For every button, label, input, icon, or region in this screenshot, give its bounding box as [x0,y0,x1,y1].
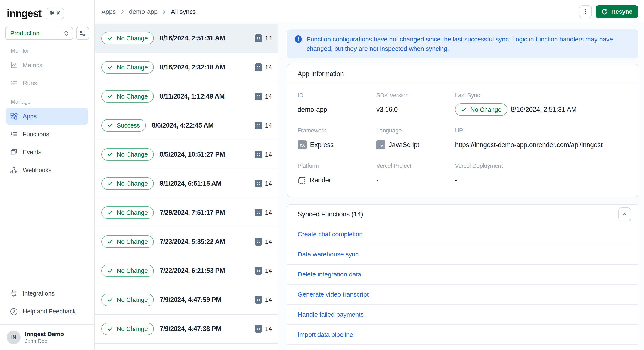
sync-count-value: 14 [265,238,272,245]
sidebar-item[interactable]: Apps [6,108,88,125]
environment-select[interactable]: Production [5,27,73,40]
breadcrumb-apps[interactable]: Apps [101,8,116,15]
sync-status-badge: No Change [101,148,154,161]
sidebar-item[interactable]: Metrics [6,57,88,74]
sync-list-item[interactable]: No Change 7/23/2024, 5:35:22 AM 14 [94,227,278,256]
breadcrumb-app-name[interactable]: demo-app [129,8,158,15]
sidebar-nav: Monitor Metrics Runs Manage Apps [0,41,94,179]
function-link[interactable]: Data warehouse sync [298,251,358,258]
synced-function-row: Handle failed payments [287,305,638,325]
sidebar: inngest ⌘ K Production Monitor Metrics [0,0,94,350]
chevron-right-icon [120,9,125,14]
code-icon [255,325,262,333]
environment-settings-button[interactable] [76,27,89,40]
function-link[interactable]: Delete integration data [298,271,361,278]
sync-list-item[interactable]: No Change 8/1/2024, 6:51:15 AM 14 [94,169,278,198]
field-label: Last Sync [455,92,628,99]
function-link[interactable]: Create chat completion [298,231,362,238]
synced-functions-title: Synced Functions (14) [298,210,363,218]
help-icon: ? [10,308,18,315]
integrations-icon [10,290,18,297]
chevron-up-down-icon [64,30,69,36]
sync-status-label: No Change [117,238,148,245]
sync-status-badge: No Change [101,294,154,306]
sync-function-count: 14 [255,122,272,129]
sync-status-badge: No Change [101,206,154,219]
sync-timestamp: 8/1/2024, 6:51:15 AM [160,180,221,187]
command-k-shortcut[interactable]: ⌘ K [46,8,64,19]
sync-status-badge: No Change [101,32,154,44]
field-value: JavaScript [389,141,419,149]
sync-status-label: No Change [117,209,148,216]
webhooks-icon [10,166,18,174]
sync-count-value: 14 [265,122,272,129]
resync-button[interactable]: Resync [596,5,638,18]
function-link[interactable]: Import data pipeline [298,331,353,338]
sync-function-count: 14 [255,209,272,216]
check-icon [107,326,113,332]
sync-list-item[interactable]: No Change 8/16/2024, 2:51:31 AM 14 [94,24,278,53]
sync-list-item[interactable]: No Change 8/11/2024, 1:12:49 AM 14 [94,82,278,111]
sync-timestamp: 7/22/2024, 6:21:53 PM [160,267,225,275]
avatar: IN [7,331,20,344]
sync-status-label: No Change [117,267,148,274]
synced-function-row: Create chat completion [287,224,638,244]
field-value: 8/16/2024, 2:51:31 AM [511,106,577,113]
field-label: Vercel Deployment [455,163,628,169]
sync-status-label: Success [117,122,140,129]
more-options-button[interactable] [579,5,592,18]
question-mark-icon: ? [10,308,17,315]
sync-list-item[interactable]: No Change 7/9/2024, 4:47:38 PM 14 [94,315,278,344]
synced-functions-card: Synced Functions (14) Create chat comple… [287,204,638,350]
sync-list-item[interactable]: Success 8/6/2024, 4:22:45 AM 14 [94,111,278,140]
sync-list-item[interactable]: No Change 7/29/2024, 7:51:17 PM 14 [94,198,278,227]
info-icon: i [295,35,302,43]
render-icon [298,176,306,184]
code-icon [255,267,262,275]
sidebar-item[interactable]: Webhooks [6,162,88,179]
sync-count-value: 14 [265,93,272,100]
sync-count-value: 14 [265,325,272,333]
sync-list-item[interactable]: No Change 7/9/2024, 4:47:59 PM 14 [94,286,278,315]
sync-timestamp: 8/16/2024, 2:51:31 AM [160,34,225,42]
sync-detail-pane: i Function configurations have not chang… [278,24,644,350]
inngest-logo: inngest [7,7,41,20]
sidebar-footer-item[interactable]: ? Help and Feedback [6,303,88,320]
sidebar-item[interactable]: Events [6,144,88,161]
sync-function-count: 14 [255,325,272,333]
sidebar-footer-item[interactable]: Integrations [6,285,88,302]
sync-count-value: 14 [265,151,272,158]
code-icon [255,122,262,129]
sync-status-badge: No Change [101,61,154,73]
breadcrumb: Apps demo-app All syncs [101,8,196,15]
javascript-icon: JS [376,140,385,149]
inngest-dashboard: inngest ⌘ K Production Monitor Metrics [0,0,644,350]
info-banner-text: Function configurations have not changed… [306,35,631,53]
code-icon [255,92,262,100]
sidebar-item[interactable]: Functions [6,126,88,143]
function-link[interactable]: Handle failed payments [298,311,364,318]
sync-list-item[interactable]: No Change 8/16/2024, 2:32:18 AM 14 [94,53,278,82]
app-information-card: App Information ID demo-app [287,64,638,197]
field-value: Express [310,141,334,149]
code-icon [255,180,262,187]
sidebar-item[interactable]: Runs [6,75,88,92]
user-menu[interactable]: IN Inngest Demo John Doe [0,324,94,350]
function-link[interactable]: Generate video transcript [298,291,368,298]
check-icon [107,210,113,215]
app-info-field: Framework ex Express [298,127,376,151]
field-label: ID [298,92,376,99]
collapse-button[interactable] [618,208,631,221]
sync-list-item[interactable]: No Change 7/9/2024, 4:09:07 PM 14 [94,344,278,350]
sync-function-count: 14 [255,296,272,304]
check-icon [107,64,113,70]
field-label: Vercel Project [376,163,455,169]
runs-icon [10,79,18,87]
field-value: - [376,176,378,184]
sync-status-label: No Change [117,93,148,100]
sync-count-value: 14 [265,35,272,42]
sync-status-badge: No Change [101,236,154,248]
check-icon [107,94,113,99]
sync-list-item[interactable]: No Change 7/22/2024, 6:21:53 PM 14 [94,256,278,286]
sync-list-item[interactable]: No Change 8/5/2024, 10:51:27 PM 14 [94,140,278,169]
